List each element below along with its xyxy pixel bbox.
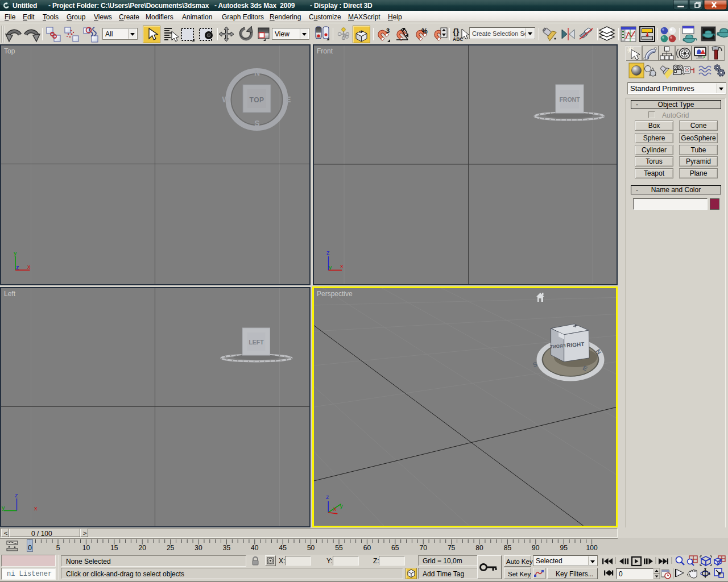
svg-text:5: 5 xyxy=(56,544,60,552)
svg-text:FRONT: FRONT xyxy=(550,343,566,350)
svg-text:%: % xyxy=(421,27,428,35)
svg-text:50: 50 xyxy=(307,544,315,552)
svg-text:z: z xyxy=(15,492,18,498)
svg-text:55: 55 xyxy=(335,544,343,552)
svg-text:N: N xyxy=(254,68,260,77)
svg-text:FRONT: FRONT xyxy=(559,96,580,103)
svg-text:y: y xyxy=(329,264,332,271)
svg-text:70: 70 xyxy=(420,544,428,552)
svg-text:S: S xyxy=(254,119,259,128)
svg-text:10: 10 xyxy=(82,544,90,552)
svg-text:75: 75 xyxy=(448,544,456,552)
svg-text:40: 40 xyxy=(251,544,259,552)
svg-text:3: 3 xyxy=(386,27,390,34)
svg-text:35: 35 xyxy=(223,544,231,552)
svg-text:x: x xyxy=(27,263,31,270)
svg-text:E: E xyxy=(286,95,291,104)
svg-text:0: 0 xyxy=(28,544,32,552)
svg-text:z: z xyxy=(326,249,330,256)
svg-text:95: 95 xyxy=(560,544,568,552)
svg-text:85: 85 xyxy=(504,544,512,552)
svg-text:y: y xyxy=(14,250,17,256)
svg-text:100: 100 xyxy=(586,544,598,552)
svg-text:TOP: TOP xyxy=(250,96,264,104)
svg-text:15: 15 xyxy=(110,544,118,552)
svg-text:90: 90 xyxy=(532,544,540,552)
svg-text:W: W xyxy=(222,95,230,104)
svg-text:x: x xyxy=(340,263,344,269)
svg-text:z: z xyxy=(16,264,19,271)
svg-text:45: 45 xyxy=(279,544,287,552)
svg-text:LEFT: LEFT xyxy=(249,339,264,346)
svg-text:{}: {} xyxy=(453,27,460,36)
svg-text:y: y xyxy=(2,504,5,511)
svg-text:25: 25 xyxy=(167,544,175,552)
svg-text:y: y xyxy=(340,502,344,509)
svg-text:80: 80 xyxy=(475,544,483,552)
svg-text:x: x xyxy=(333,505,337,512)
svg-text:30: 30 xyxy=(195,544,202,552)
svg-text:65: 65 xyxy=(391,544,399,552)
svg-text:z: z xyxy=(326,493,329,500)
svg-text:x: x xyxy=(34,505,38,512)
svg-text:20: 20 xyxy=(139,544,147,552)
svg-text:60: 60 xyxy=(363,544,371,552)
